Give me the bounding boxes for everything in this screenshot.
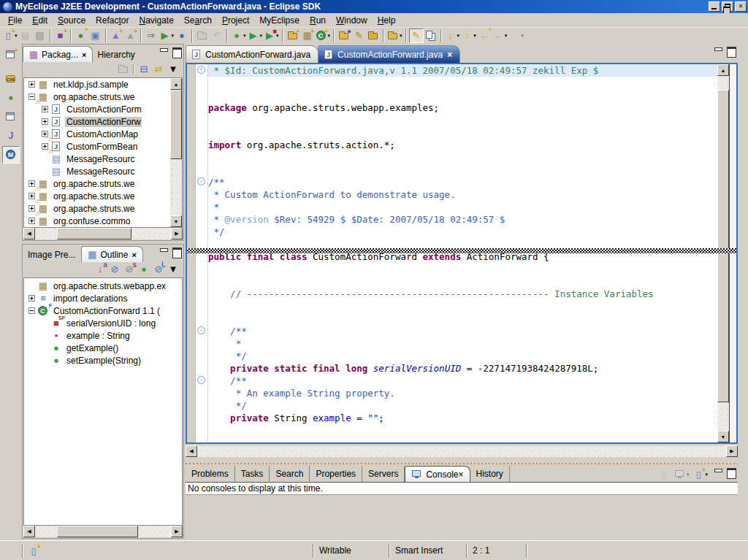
package-tree-item[interactable]: J⚠CustomFormBean [24,140,170,153]
annotation-ruler[interactable] [187,64,196,442]
print-button[interactable]: ▤ [33,28,47,43]
forward-history-button[interactable]: →▾ [508,28,524,43]
dropdown-arrow-icon[interactable]: ▾ [457,33,460,39]
new-package-button[interactable]: ▦+ [300,28,315,43]
code-editor[interactable]: * $Id: CustomActionForward.java,v 1.1 20… [208,64,717,442]
dropdown-arrow-icon[interactable]: ▾ [505,33,508,39]
deploy-project-button[interactable]: ⇒ [144,28,159,43]
open-resource-button[interactable]: ● [337,28,351,43]
package-tree-item[interactable]: ▦⚠org.apache.struts.we [24,202,170,215]
web-browser-button[interactable]: ● [175,28,189,43]
console-panel-tab-servers[interactable]: Servers [362,466,405,482]
expand-icon[interactable] [28,218,35,224]
editor-vertical-scrollbar[interactable]: ▲ ▼ [717,64,729,442]
myeclipse-perspective-button[interactable]: M [2,146,20,164]
pkg-collapse-all-button[interactable]: ⊟ [137,63,151,76]
open-perspective-button[interactable]: + [2,46,20,64]
console-panel-tab-console[interactable]: Console× [405,466,470,482]
minimize-view-button[interactable] [159,47,169,55]
dropdown-arrow-icon[interactable]: ▾ [521,33,524,39]
package-tree-vertical-scrollbar[interactable]: ▲ ▼ [170,78,182,227]
editor-tab[interactable]: JCustomActionForward.java× [318,45,460,63]
menu-search[interactable]: Search [179,14,217,27]
close-tab-icon[interactable]: × [131,250,136,259]
outline-hide-non-public-button[interactable]: ● [137,263,151,276]
console-panel-tab-properties[interactable]: Properties [310,466,362,482]
console-panel-tab-search[interactable]: Search [270,466,310,482]
console-panel-tab-problems[interactable]: Problems [186,466,235,482]
maximize-console-button[interactable] [726,468,736,476]
dropdown-arrow-icon[interactable]: ▾ [687,472,690,477]
run-server-button[interactable]: ▶▾ [159,28,175,43]
menu-navigate[interactable]: Navigate [134,14,178,27]
console-panel-tab-tasks[interactable]: Tasks [235,466,270,482]
fast-view-button[interactable]: ▯+ [26,544,41,559]
menu-window[interactable]: Window [331,14,373,27]
overview-ruler[interactable] [729,64,736,442]
outline-tab[interactable]: Image Pre... [23,246,82,262]
expand-icon[interactable] [28,295,35,302]
pkg-up-button[interactable]: ↑ [116,63,131,76]
expand-icon[interactable] [42,131,48,137]
folding-margin[interactable]: +−−− [196,64,208,442]
copy-resource-button[interactable]: ▾ [386,28,403,43]
expand-icon[interactable] [42,118,48,125]
expand-icon[interactable] [28,81,35,88]
cvs-repository-perspective-button[interactable]: CVS [2,70,20,88]
package-explorer-tab[interactable]: Hierarchy [92,46,141,62]
package-tree-item[interactable]: ▦org.confuse.commo [24,215,170,227]
java-perspective-button[interactable]: J [2,127,20,145]
collapse-icon[interactable] [28,93,35,100]
menu-help[interactable]: Help [373,14,401,27]
editor-tab[interactable]: JCustomActionForward.java [186,45,318,63]
console-open-console-button[interactable]: ▯+▾ [692,467,709,482]
expand-icon[interactable] [28,205,35,212]
dropdown-arrow-icon[interactable]: ▾ [260,33,263,39]
close-tab-icon[interactable]: × [447,50,452,60]
outline-sort-button[interactable]: ↓a [93,263,107,276]
new-wizard-b-button[interactable]: ▲+ [123,28,138,43]
console-display-selected-console-button[interactable]: ▾ [673,467,690,482]
collapse-icon[interactable] [28,307,35,314]
minimize-button[interactable] [709,1,720,12]
editor-horizontal-scrollbar[interactable]: ◀ ▶ [186,445,738,457]
close-tab-icon[interactable]: × [82,50,86,59]
last-edit-location-button[interactable]: ←* [477,28,492,43]
open-folder-button[interactable] [366,28,381,43]
console-panel-tab-history[interactable]: History [470,466,510,482]
package-tree-horizontal-scrollbar[interactable]: ◀ ▶ [23,228,183,239]
package-tree-item[interactable]: ▦⚠org.apache.struts.we [24,91,170,103]
package-tree-item[interactable]: ▤MessageResourc [24,165,170,177]
new-wizard-button[interactable]: ▯+▾ [1,28,18,43]
outline-tree-item[interactable]: ▦org.apache.struts.webapp.ex [24,280,182,292]
menu-file[interactable]: File [3,14,27,27]
external-tools-button[interactable]: ▶■▾ [263,28,280,43]
close-button[interactable]: × [735,1,747,12]
pkg-forward-button[interactable]: → [102,63,116,76]
menu-run[interactable]: Run [305,14,331,27]
back-history-button[interactable]: ←▾ [492,28,508,43]
outline-tree-item[interactable]: ≡import declarations [24,292,182,304]
expand-icon[interactable] [42,143,48,150]
save-button[interactable]: ▩ [18,28,33,43]
package-tree-item[interactable]: JCustomActionForm [24,103,170,115]
fold-collapse-icon[interactable]: − [197,177,205,185]
format-button[interactable]: ✎ [351,28,366,43]
open-report-button[interactable] [195,28,210,43]
outline-tree-item[interactable]: CFCustomActionForward 1.1 ( [24,304,182,317]
expand-icon[interactable] [28,193,35,199]
outline-hide-fields-button[interactable]: ⊘ [107,263,122,276]
new-web-service-button[interactable]: ●* [74,28,88,43]
menu-project[interactable]: Project [217,14,254,27]
menu-edit[interactable]: Edit [27,14,53,27]
java-browsing-perspective-button[interactable]: ◦ [2,108,20,126]
new-myeclipse-project-button[interactable]: ■+ [53,28,68,43]
minimize-view-button[interactable] [159,248,169,256]
minimize-editor-button[interactable] [714,47,723,55]
restore-button[interactable] [722,1,733,12]
menu-myeclipse[interactable]: MyEclipse [254,14,305,27]
outline-hide-local-types-button[interactable]: ⊘L [151,263,166,276]
previous-annotation-button[interactable]: ↑▾ [460,28,477,43]
package-tree-item[interactable]: JCustomActionForw [24,115,170,128]
mark-occurrences-button[interactable]: ✎ [409,28,424,43]
